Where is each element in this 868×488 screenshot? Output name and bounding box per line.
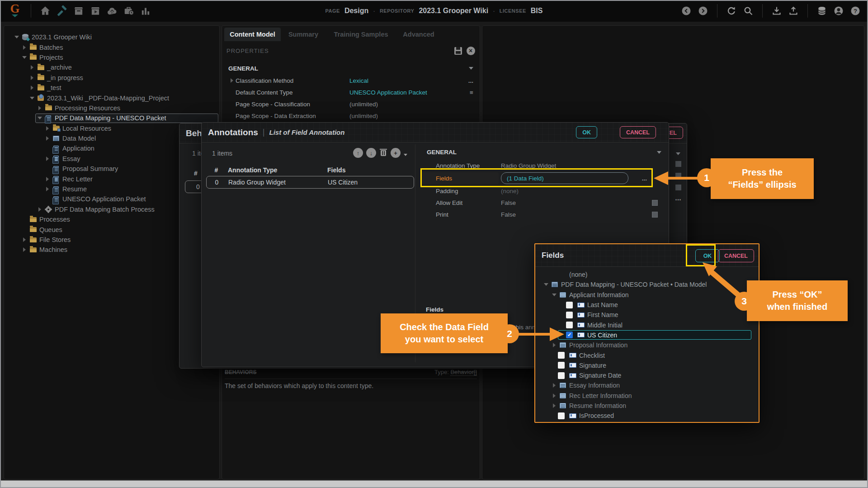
tree-expander[interactable] (28, 85, 36, 90)
tree-expander[interactable] (550, 294, 558, 296)
annotations-ok-button[interactable]: OK (576, 126, 597, 138)
field-checkbox-checked[interactable]: ✓ (566, 332, 573, 338)
tree-item[interactable]: Signature Date (535, 370, 759, 380)
tree-expander[interactable] (28, 97, 36, 99)
download-icon[interactable] (770, 5, 783, 17)
property-expander[interactable] (228, 78, 236, 83)
tree-item[interactable]: PDF Data Mapping - UNESCO Packet (5, 113, 218, 123)
property-value[interactable]: Lexical (349, 77, 460, 84)
tree-expander[interactable] (43, 177, 51, 181)
property-value[interactable]: False (501, 199, 516, 206)
annotation-property-row[interactable]: PrintFalse (421, 208, 664, 220)
field-checkbox[interactable] (566, 322, 573, 328)
tree-item[interactable]: IsProcessed (535, 411, 759, 421)
tree-item[interactable]: _archive (5, 62, 218, 72)
nav-forward-icon[interactable] (697, 5, 709, 17)
tree-expander[interactable] (20, 56, 28, 59)
tree-item[interactable]: Last Name (535, 300, 759, 310)
cloud-upload-icon[interactable] (106, 5, 118, 17)
tab-advanced[interactable]: Advanced (396, 28, 441, 41)
search-icon[interactable] (742, 5, 755, 17)
tree-expander[interactable] (43, 156, 51, 161)
add-button[interactable]: + (391, 148, 401, 158)
tree-item[interactable]: Essay Information (535, 380, 759, 390)
ellipsis-button[interactable]: ... (460, 77, 473, 84)
tree-item[interactable]: Batches (5, 42, 218, 52)
tree-expander[interactable] (28, 76, 36, 80)
tree-item[interactable]: Processing Resources (5, 103, 218, 113)
ellipsis-button[interactable]: ... (673, 194, 683, 202)
property-checkbox[interactable] (652, 200, 658, 206)
checkbox-icon[interactable] (675, 185, 681, 190)
tree-expander[interactable] (20, 45, 28, 50)
tree-item[interactable]: _test (5, 83, 218, 93)
tree-item[interactable]: Projects (5, 52, 218, 62)
home-icon[interactable] (39, 5, 52, 17)
tree-item[interactable]: 2023.1_Wiki _PDF-Data-Mapping_Project (5, 93, 218, 103)
property-row[interactable]: Default Content TypeUNESCO Application P… (228, 86, 473, 98)
property-value[interactable]: UNESCO Application Packet (349, 89, 460, 96)
property-row[interactable]: Page Scope - Data Extraction(unlimited) (228, 110, 473, 122)
property-value[interactable]: False (501, 211, 516, 218)
grooper-logo[interactable]: G (7, 3, 23, 19)
repository-value[interactable]: 2023.1 Grooper Wiki (419, 7, 488, 15)
checkbox-icon[interactable] (675, 161, 681, 167)
add-dropdown-caret-icon[interactable] (404, 154, 407, 156)
tree-expander[interactable] (28, 65, 36, 70)
tree-expander[interactable] (20, 247, 28, 252)
tree-expander[interactable] (550, 403, 558, 408)
tree-expander[interactable] (43, 136, 51, 141)
design-tools-icon[interactable] (56, 5, 68, 17)
close-icon[interactable]: × (467, 47, 475, 55)
field-checkbox[interactable] (566, 302, 573, 308)
tree-expander[interactable] (36, 106, 43, 110)
move-down-button[interactable]: ↓ (366, 148, 376, 158)
property-value[interactable]: (unlimited) (349, 113, 460, 119)
tab-training-samples[interactable]: Training Samples (326, 28, 396, 41)
move-up-button[interactable]: ↑ (353, 148, 363, 158)
tab-content-model[interactable]: Content Model (224, 28, 281, 41)
database-icon[interactable] (816, 5, 828, 17)
tree-item[interactable]: First Name (535, 310, 759, 320)
tree-item[interactable]: _in progress (5, 73, 218, 83)
property-row[interactable]: Page Scope - Classification(unlimited) (228, 98, 473, 110)
tasks-clock-icon[interactable] (123, 5, 135, 17)
annotation-property-row[interactable]: Allow EditFalse (421, 197, 664, 208)
tree-item[interactable]: Checklist (535, 350, 759, 360)
tree-item[interactable]: PDF Data Mapping - UNESCO Packet • Data … (535, 280, 759, 289)
property-value[interactable]: (unlimited) (349, 101, 460, 108)
refresh-icon[interactable] (725, 5, 738, 17)
bar-chart-icon[interactable] (139, 5, 152, 17)
tree-expander[interactable] (542, 283, 550, 286)
field-checkbox[interactable] (566, 312, 573, 318)
user-icon[interactable] (832, 5, 845, 17)
tree-item[interactable]: Proposal Information (535, 340, 759, 350)
upload-icon[interactable] (787, 5, 800, 17)
help-icon[interactable]: ? (849, 5, 862, 17)
general-group-header[interactable]: GENERAL (228, 63, 473, 74)
tree-item[interactable]: Rec Letter Information (535, 391, 759, 401)
field-checkbox[interactable] (558, 372, 565, 379)
tree-expander[interactable] (550, 393, 558, 398)
batches-icon[interactable] (72, 5, 85, 17)
tab-summary[interactable]: Summary (281, 28, 326, 41)
delete-icon[interactable] (381, 150, 386, 156)
annotation-general-header[interactable]: GENERAL (427, 149, 661, 156)
tree-item[interactable]: Middle Initial (535, 320, 759, 330)
property-value[interactable]: (none) (501, 188, 519, 194)
tree-item[interactable]: Resume Information (535, 401, 759, 411)
tree-expander[interactable] (13, 36, 20, 38)
page-value[interactable]: Design (344, 7, 368, 15)
fields-cancel-button[interactable]: CANCEL (718, 249, 754, 262)
tree-item[interactable]: Signature (535, 360, 759, 370)
tree-item[interactable]: ✓US Citizen (535, 330, 759, 340)
tree-expander[interactable] (550, 343, 558, 347)
tree-expander[interactable] (43, 126, 51, 131)
save-icon[interactable] (454, 47, 462, 55)
tree-item[interactable]: (none) (535, 270, 759, 280)
property-row[interactable]: Classification MethodLexical... (228, 75, 473, 86)
menu-icon[interactable]: ≡ (460, 89, 473, 96)
field-checkbox[interactable] (558, 352, 565, 359)
batch-run-icon[interactable] (89, 5, 102, 17)
checkbox-icon[interactable] (675, 173, 681, 179)
